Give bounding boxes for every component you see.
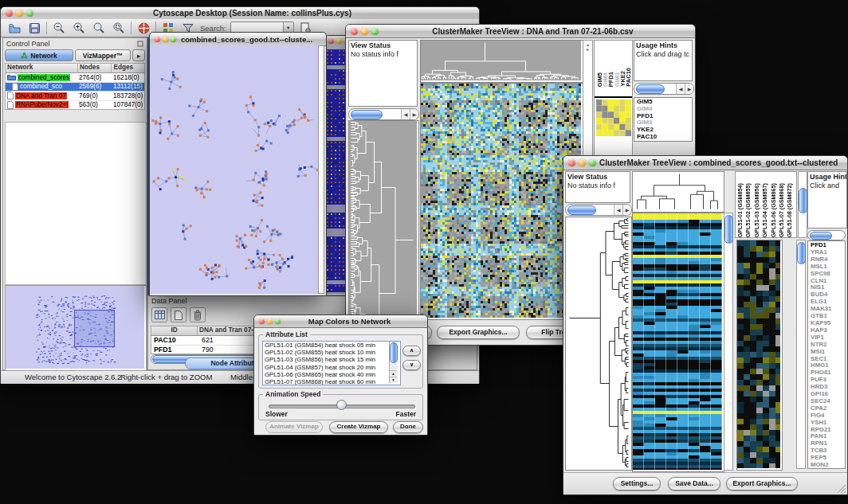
scrollbar-thumb[interactable] — [390, 342, 398, 363]
treeview1-hscrollbar[interactable]: ◀ ▶ — [348, 108, 419, 120]
zoom-window-icon[interactable] — [26, 10, 33, 17]
done-button[interactable]: Done — [393, 421, 423, 433]
zoom-in-icon[interactable] — [71, 21, 87, 36]
attribute-item[interactable]: GPL51-02 (GSM855) heat shock 10 min — [265, 349, 400, 356]
float-panel-icon[interactable] — [137, 41, 143, 47]
move-up-button[interactable]: ∧ — [402, 346, 421, 356]
close-icon[interactable] — [6, 10, 13, 17]
minimize-icon[interactable] — [163, 37, 168, 42]
close-icon[interactable] — [259, 318, 265, 324]
zoom-heatmap-vscrollbar[interactable] — [796, 240, 806, 469]
new-attribute-button[interactable] — [171, 307, 186, 322]
gene-list-hscrollbar[interactable] — [807, 230, 846, 240]
treeview2-titlebar[interactable]: ClusterMaker TreeView : combined_scores_… — [563, 156, 847, 170]
attribute-item[interactable]: GPL51-06 (GSM865) heat shock 40 min — [265, 371, 400, 378]
column-labels-vscrollbar[interactable] — [798, 171, 807, 238]
scroll-left-icon[interactable]: ◀ — [614, 205, 622, 215]
attribute-list-vscrollbar[interactable]: ▲ ▼ — [389, 342, 398, 383]
scroll-down-icon[interactable]: ▼ — [390, 377, 397, 383]
col-header-edges[interactable]: Edges — [112, 64, 144, 72]
settings-button[interactable]: Settings... — [613, 477, 661, 490]
scrollbar-thumb[interactable] — [351, 110, 383, 119]
attribute-item[interactable]: GPL51-07 (GSM868) heat shock 60 min — [265, 378, 400, 385]
scroll-right-icon[interactable]: ▶ — [410, 109, 418, 119]
col-header-network[interactable]: Network — [6, 64, 78, 72]
treeview2-heatmap[interactable] — [632, 213, 724, 472]
animate-vizmap-button[interactable]: Animate Vizmap — [265, 421, 323, 433]
save-data-button[interactable]: Save Data... — [668, 477, 720, 490]
scrollbar-thumb[interactable] — [799, 188, 807, 213]
select-attributes-button[interactable] — [151, 307, 167, 322]
attribute-item[interactable]: GPL51-03 (GSM856) heat shock 15 min — [265, 356, 400, 363]
treeview2-array-dendrogram[interactable] — [632, 171, 724, 213]
network-view-titlebar[interactable]: combined_scores_good.txt--cluste... — [150, 33, 326, 46]
attribute-item[interactable]: GPL51-04 (GSM857) heat shock 20 min — [265, 364, 400, 371]
scrollbar-thumb[interactable] — [797, 242, 806, 264]
treeview1-array-dendrogram[interactable] — [420, 40, 583, 83]
array-dendrogram-canvas[interactable] — [633, 172, 722, 210]
move-down-button[interactable]: ∨ — [402, 360, 421, 370]
scroll-right-icon[interactable]: ▶ — [622, 205, 631, 215]
close-icon[interactable] — [328, 38, 334, 44]
background-window-titlebar[interactable] — [326, 36, 347, 47]
attribute-item[interactable]: GPL51-01 (GSM854) heat shock 05 min — [265, 342, 400, 349]
zoom-heatmap-canvas[interactable] — [737, 240, 780, 468]
tab-vizmapper[interactable]: VizMapper™ — [75, 49, 131, 61]
create-vizmap-button[interactable]: Create Vizmap — [329, 421, 388, 433]
speed-slider-thumb[interactable] — [336, 400, 347, 410]
close-icon[interactable] — [155, 37, 160, 42]
main-titlebar[interactable]: Cytoscape Desktop (Session Name: collins… — [1, 7, 479, 20]
heatmap-canvas[interactable] — [633, 213, 722, 470]
save-button[interactable] — [26, 21, 42, 36]
scrollbar-thumb[interactable] — [636, 84, 665, 94]
zoom-out-icon[interactable] — [51, 21, 67, 36]
col-header-id[interactable]: ID — [151, 326, 198, 335]
delete-attribute-icon[interactable] — [190, 307, 206, 322]
close-icon[interactable] — [351, 28, 358, 35]
network-view-canvas[interactable] — [150, 45, 324, 294]
array-dendrogram-canvas[interactable] — [421, 41, 581, 80]
export-graphics-button[interactable]: Export Graphics... — [437, 326, 520, 339]
treeview1-usage-hscrollbar[interactable]: ◀ ▶ — [634, 83, 694, 95]
zoom-window-icon[interactable] — [275, 318, 281, 324]
tab-network[interactable]: Network — [5, 49, 73, 61]
birdseye-canvas[interactable] — [6, 286, 144, 369]
minimize-icon[interactable] — [361, 28, 368, 35]
zoom-window-icon[interactable] — [371, 28, 379, 35]
gene-list-item[interactable]: MON2 — [811, 462, 843, 469]
treeview2-hscrollbar[interactable]: ◀ ▶ — [565, 204, 632, 216]
network-row[interactable]: RNAPuberNov2+! 563(0) 107847(0) — [6, 101, 144, 110]
zoom-window-icon[interactable] — [171, 37, 176, 42]
tab-overflow-button[interactable]: ▸ — [132, 49, 145, 61]
scrollbar-thumb[interactable] — [810, 232, 832, 240]
resize-grip-icon[interactable] — [837, 484, 846, 494]
zoom-fit-icon[interactable] — [91, 21, 107, 36]
scroll-left-icon[interactable]: ◀ — [401, 109, 410, 119]
close-icon[interactable] — [568, 159, 575, 166]
zoom-selected-icon[interactable] — [111, 21, 127, 36]
minimize-icon[interactable] — [336, 38, 342, 44]
heatmap-canvas[interactable] — [421, 84, 581, 318]
zoom-window-icon[interactable] — [589, 159, 596, 166]
open-file-button[interactable] — [6, 21, 22, 36]
minimize-icon[interactable] — [579, 159, 586, 166]
export-graphics-button[interactable]: Export Graphics... — [726, 477, 798, 490]
scroll-right-icon[interactable]: ▶ — [685, 84, 693, 94]
treeview1-titlebar[interactable]: ClusterMaker TreeView : DNA and Tran 07-… — [346, 25, 695, 38]
scrollbar-thumb[interactable] — [567, 205, 596, 215]
background-network-window[interactable] — [325, 35, 347, 296]
network-row[interactable]: DNA and Tran 07 769(0) 183728(0) — [6, 92, 144, 101]
treeview2-gene-dendrogram[interactable] — [565, 217, 632, 471]
gene-dendrogram-canvas[interactable] — [349, 121, 417, 339]
dense-network-canvas[interactable] — [326, 46, 345, 294]
dialog-titlebar[interactable]: Map Colors to Network — [254, 315, 427, 328]
scroll-left-icon[interactable]: ◀ — [676, 84, 685, 94]
treeview2-heatmap-vscrollbar[interactable] — [724, 213, 733, 471]
network-row-selected[interactable]: combined_sco 2569(6) 13112(15) — [6, 83, 144, 92]
treeview2-zoom-heatmap[interactable] — [736, 240, 783, 471]
scrollbar-thumb[interactable] — [724, 215, 733, 244]
similarity-matrix-canvas[interactable] — [596, 100, 631, 136]
treeview1-heatmap[interactable] — [420, 83, 583, 320]
network-row[interactable]: combined_scores 2764(0) 16218(0) — [6, 73, 144, 83]
scroll-right-icon[interactable]: ▸ — [583, 47, 592, 52]
